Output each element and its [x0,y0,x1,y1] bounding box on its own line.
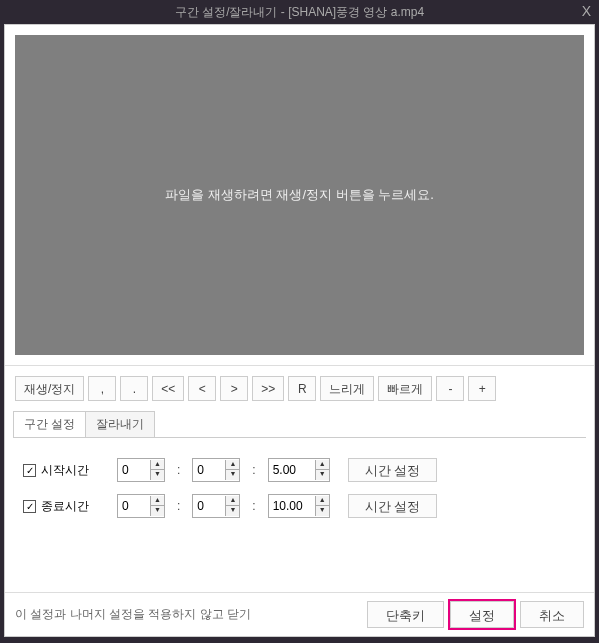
end-time-row: ✓ 종료시간 ▲▼ : ▲▼ : ▲▼ 시간 설정 [23,494,576,518]
forward-button[interactable]: > [220,376,248,401]
player-controls: 재생/정지 , . << < > >> R 느리게 빠르게 - + [5,366,594,411]
shortcut-button[interactable]: 단축키 [367,601,444,628]
start-time-checkbox-group: ✓ 시작시간 [23,462,109,479]
colon: : [173,499,184,513]
preview-wrap: 파일을 재생하려면 재생/정지 버튼을 누르세요. [5,25,594,366]
end-hour-field[interactable] [118,496,150,516]
start-time-label: 시작시간 [41,462,89,479]
frame-fwd-button[interactable]: . [120,376,148,401]
down-icon[interactable]: ▼ [150,506,164,516]
start-time-row: ✓ 시작시간 ▲▼ : ▲▼ : ▲▼ 시간 설정 [23,458,576,482]
start-time-checkbox[interactable]: ✓ [23,464,36,477]
end-sec-spinner[interactable]: ▲▼ [315,496,329,516]
start-sec-spinner[interactable]: ▲▼ [315,460,329,480]
zoom-out-button[interactable]: - [436,376,464,401]
up-icon[interactable]: ▲ [315,460,329,470]
end-hour-input[interactable]: ▲▼ [117,494,165,518]
down-icon[interactable]: ▼ [315,506,329,516]
preview-message: 파일을 재생하려면 재생/정지 버튼을 누르세요. [165,186,434,204]
end-time-checkbox[interactable]: ✓ [23,500,36,513]
colon: : [173,463,184,477]
start-hour-field[interactable] [118,460,150,480]
start-hour-input[interactable]: ▲▼ [117,458,165,482]
end-time-label: 종료시간 [41,498,89,515]
play-pause-button[interactable]: 재생/정지 [15,376,84,401]
end-time-checkbox-group: ✓ 종료시간 [23,498,109,515]
bottom-bar: 이 설정과 나머지 설정을 적용하지 않고 닫기 단축키 설정 취소 [5,592,594,636]
window-body: 파일을 재생하려면 재생/정지 버튼을 누르세요. 재생/정지 , . << <… [4,24,595,637]
colon: : [248,499,259,513]
up-icon[interactable]: ▲ [150,460,164,470]
tab-range[interactable]: 구간 설정 [13,411,86,437]
start-sec-field[interactable] [269,460,315,480]
down-icon[interactable]: ▼ [225,506,239,516]
start-min-field[interactable] [193,460,225,480]
end-min-input[interactable]: ▲▼ [192,494,240,518]
window-title: 구간 설정/잘라내기 - [SHANA]풍경 영상 a.mp4 [175,4,424,21]
up-icon[interactable]: ▲ [225,460,239,470]
end-sec-input[interactable]: ▲▼ [268,494,330,518]
tab-cut[interactable]: 잘라내기 [85,411,155,437]
rewind-button[interactable]: < [188,376,216,401]
reset-button[interactable]: R [288,376,316,401]
down-icon[interactable]: ▼ [150,470,164,480]
apply-button[interactable]: 설정 [450,601,514,628]
cancel-button[interactable]: 취소 [520,601,584,628]
set-start-time-button[interactable]: 시간 설정 [348,458,438,482]
frame-back-button[interactable]: , [88,376,116,401]
up-icon[interactable]: ▲ [315,496,329,506]
end-min-field[interactable] [193,496,225,516]
up-icon[interactable]: ▲ [150,496,164,506]
start-min-spinner[interactable]: ▲▼ [225,460,239,480]
close-icon[interactable]: X [582,3,591,19]
colon: : [248,463,259,477]
range-panel: ✓ 시작시간 ▲▼ : ▲▼ : ▲▼ 시간 설정 [13,438,586,540]
down-icon[interactable]: ▼ [225,470,239,480]
forward-fast-button[interactable]: >> [252,376,284,401]
tabs: 구간 설정 잘라내기 [13,411,586,438]
up-icon[interactable]: ▲ [225,496,239,506]
tabs-container: 구간 설정 잘라내기 ✓ 시작시간 ▲▼ : ▲▼ : [5,411,594,540]
set-end-time-button[interactable]: 시간 설정 [348,494,438,518]
faster-button[interactable]: 빠르게 [378,376,432,401]
video-preview: 파일을 재생하려면 재생/정지 버튼을 누르세요. [15,35,584,355]
start-hour-spinner[interactable]: ▲▼ [150,460,164,480]
end-sec-field[interactable] [269,496,315,516]
start-min-input[interactable]: ▲▼ [192,458,240,482]
end-min-spinner[interactable]: ▲▼ [225,496,239,516]
start-sec-input[interactable]: ▲▼ [268,458,330,482]
rewind-fast-button[interactable]: << [152,376,184,401]
titlebar: 구간 설정/잘라내기 - [SHANA]풍경 영상 a.mp4 X [0,0,599,24]
slower-button[interactable]: 느리게 [320,376,374,401]
down-icon[interactable]: ▼ [315,470,329,480]
close-without-apply-note[interactable]: 이 설정과 나머지 설정을 적용하지 않고 닫기 [15,606,361,623]
end-hour-spinner[interactable]: ▲▼ [150,496,164,516]
zoom-in-button[interactable]: + [468,376,496,401]
